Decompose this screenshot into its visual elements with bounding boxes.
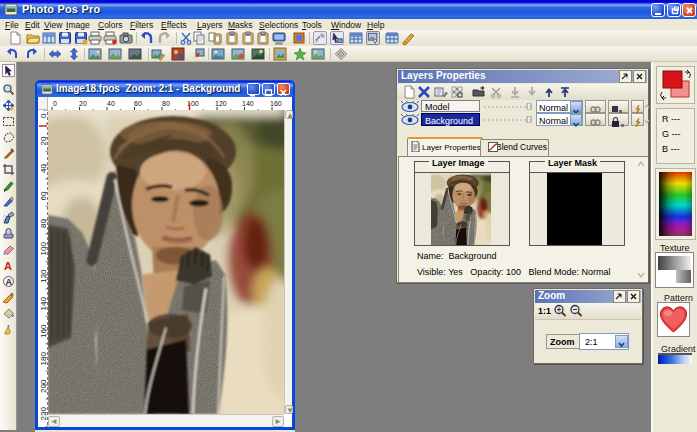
svg-text:120: 120 <box>39 269 48 283</box>
svg-text:120: 120 <box>215 100 227 107</box>
svg-text:200: 200 <box>39 379 48 393</box>
svg-text:180: 180 <box>39 352 48 366</box>
svg-text:140: 140 <box>39 297 48 311</box>
svg-text:0: 0 <box>39 113 48 118</box>
svg-text:160: 160 <box>39 324 48 338</box>
svg-text:80: 80 <box>162 100 170 107</box>
svg-text:A: A <box>6 277 13 287</box>
svg-text:60: 60 <box>134 100 142 107</box>
svg-text:160: 160 <box>270 100 282 107</box>
svg-text:220: 220 <box>39 407 48 421</box>
svg-text:20: 20 <box>79 100 87 107</box>
svg-text:0: 0 <box>53 100 57 107</box>
svg-text:140: 140 <box>242 100 254 107</box>
svg-text:40: 40 <box>107 100 115 107</box>
svg-text:100: 100 <box>39 242 48 256</box>
svg-text:A: A <box>4 260 12 272</box>
